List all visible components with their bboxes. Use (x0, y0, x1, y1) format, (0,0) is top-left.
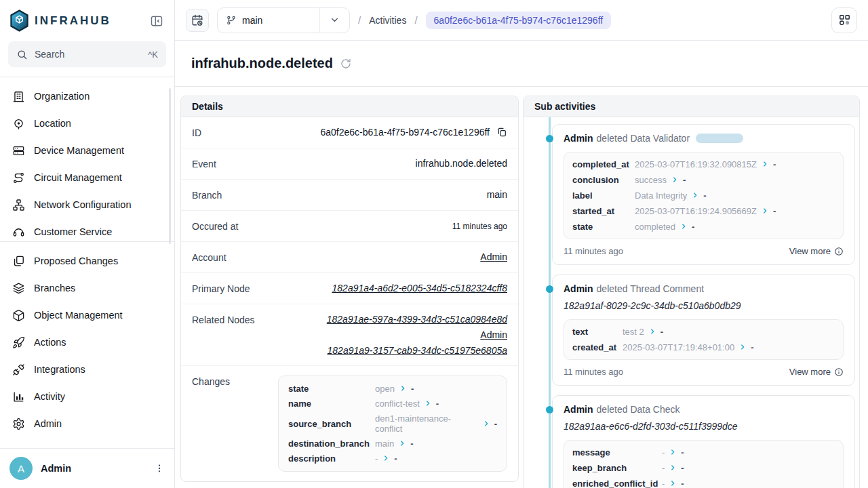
sidebar-item-admin[interactable]: Admin (5, 410, 169, 437)
activity-props-box: message - - keep_branch - - enrich (564, 440, 844, 488)
sidebar-item-customer-service[interactable]: Customer Service (5, 218, 169, 241)
change-row: name conflict-test - (288, 399, 497, 409)
chevron-right-icon (762, 159, 768, 169)
sidebar-item-label: Location (34, 118, 71, 129)
detail-branch-value: main (487, 189, 507, 200)
change-key: description (288, 453, 375, 464)
sidebar-item-label: Device Management (34, 145, 124, 156)
sidebar-item-device-management[interactable]: Device Management (5, 137, 169, 164)
main-area: main / Activities / 6a0f2e6c-b61a-4f75-b… (175, 0, 868, 488)
breadcrumb: / Activities / 6a0f2e6c-b61a-4f75-b974-c… (358, 12, 611, 29)
view-more-button[interactable]: View more (789, 367, 844, 377)
view-more-button[interactable]: View more (789, 246, 844, 256)
sidebar-item-label: Circuit Management (34, 172, 122, 183)
prop-old-value: test 2 (623, 327, 644, 337)
prop-key: message (572, 447, 662, 458)
prop-row: created_at 2025-03-07T17:19:48+01:00 - (572, 342, 835, 352)
change-key: source_branch (288, 419, 375, 429)
search-icon (16, 49, 28, 60)
breadcrumb-activity-id[interactable]: 6a0f2e6c-b61a-4f75-b974-c76c1e1296ff (426, 12, 612, 29)
breadcrumb-activities-link[interactable]: Activities (369, 15, 406, 26)
prop-row: state completed - (572, 222, 835, 232)
sidebar-item-label: Actions (34, 337, 66, 348)
change-row: destination_branch main - (288, 439, 497, 449)
primary-node-link[interactable]: 182a91a4-a6d2-e005-34d5-c5182324cff8 (332, 283, 507, 293)
prop-old-value: completed (635, 222, 675, 232)
content: Details ID 6a0f2e6c-b61a-4f75-b974-c76c1… (175, 87, 868, 488)
detail-label: Related Nodes (192, 314, 255, 325)
sidebar-item-activity[interactable]: Activity (5, 383, 169, 410)
sidebar-item-label: Integrations (34, 364, 85, 375)
sidebar-item-circuit-management[interactable]: Circuit Management (5, 164, 169, 191)
sidebar-item-branches[interactable]: Branches (5, 274, 169, 302)
app-logo: INFRAHUB (9, 9, 111, 32)
refresh-button[interactable] (340, 58, 352, 70)
related-node-link[interactable]: 182a91a9-3157-cab9-34dc-c51975e6805a (328, 345, 507, 356)
sidebar-item-label: Branches (34, 283, 75, 293)
prop-new-value: - (773, 206, 776, 216)
plug-icon (12, 363, 25, 376)
branch-selector[interactable]: main (217, 7, 350, 33)
building-icon (12, 90, 25, 103)
prop-key: text (572, 327, 623, 337)
sidebar-item-location[interactable]: Location (5, 110, 169, 137)
sidebar-item-actions[interactable]: Actions (5, 329, 169, 356)
change-new-value: - (436, 399, 439, 409)
sub-activity-card: Admin deleted Thread Comment 182a91af-80… (552, 274, 855, 386)
change-row: state open - (288, 384, 497, 394)
search-input[interactable]: Search ^K (8, 41, 166, 67)
sidebar-collapse-button[interactable] (149, 13, 165, 29)
sidebar-scrollbar[interactable] (169, 88, 171, 244)
prop-key: label (572, 190, 635, 201)
chevron-right-icon (399, 439, 406, 449)
user-name: Admin (41, 463, 71, 474)
calendar-clock-icon (191, 14, 203, 26)
activity-props-box: completed_at 2025-03-07T16:19:32.090815Z… (564, 152, 844, 239)
change-row: source_branch den1-maintenance-conflict … (288, 413, 497, 434)
copy-pages-icon (12, 255, 25, 268)
sidebar-item-network-configuration[interactable]: Network Configuration (5, 191, 169, 218)
network-icon (12, 199, 25, 211)
detail-label: Event (192, 158, 216, 169)
branch-selected-value: main (242, 15, 262, 26)
infrahub-logo-icon (9, 9, 29, 32)
detail-row-account: Account Admin (181, 242, 518, 273)
copy-id-button[interactable] (496, 127, 507, 138)
change-old-value: main (375, 439, 394, 449)
sidebar-item-object-management[interactable]: Object Management (5, 302, 169, 329)
sidebar-item-label: Proposed Changes (34, 256, 118, 266)
user-menu[interactable]: A Admin (0, 448, 174, 488)
timeline-dot-icon (546, 406, 553, 413)
components-menu-button[interactable] (831, 7, 857, 33)
sub-activity-title: Admin deleted Data Validator (564, 133, 844, 144)
chevron-right-icon (762, 206, 768, 216)
related-node-link[interactable]: 182a91ae-597a-4399-34d3-c51ca0984e8d (327, 314, 507, 325)
chevron-right-icon (669, 447, 676, 458)
account-link[interactable]: Admin (480, 251, 507, 262)
prop-row: text test 2 - (572, 327, 835, 337)
branch-dropdown-toggle[interactable] (319, 8, 349, 33)
sidebar-item-organization[interactable]: Organization (5, 83, 169, 110)
change-old-value: den1-maintenance-conflict (375, 413, 478, 434)
activity-actor: Admin (564, 133, 593, 144)
change-key: state (288, 384, 375, 394)
copy-icon (496, 127, 507, 138)
prop-key: completed_at (572, 159, 635, 169)
detail-label: Branch (192, 189, 222, 201)
detail-row-id: ID 6a0f2e6c-b61a-4f75-b974-c76c1e1296ff (181, 117, 518, 148)
user-menu-button[interactable] (154, 463, 165, 474)
prop-key: enriched_conflict_id (572, 479, 662, 488)
time-travel-button[interactable] (186, 9, 209, 32)
prop-row: message - - (572, 447, 835, 458)
page-title: infrahub.node.deleted (191, 56, 333, 71)
detail-label: Changes (192, 375, 230, 387)
related-node-link[interactable]: Admin (480, 329, 507, 340)
search-shortcut: ^K (148, 49, 158, 60)
sidebar-item-integrations[interactable]: Integrations (5, 356, 169, 383)
prop-old-value: 2025-03-07T16:19:24.905669Z (635, 206, 757, 216)
sidebar-nav-primary: Organization Location Device Management (0, 77, 174, 241)
chevron-right-icon (680, 222, 687, 232)
prop-old-value: 2025-03-07T16:19:32.090815Z (635, 159, 757, 169)
sidebar-item-label: Admin (34, 418, 62, 429)
sidebar-item-proposed-changes[interactable]: Proposed Changes (5, 247, 169, 274)
